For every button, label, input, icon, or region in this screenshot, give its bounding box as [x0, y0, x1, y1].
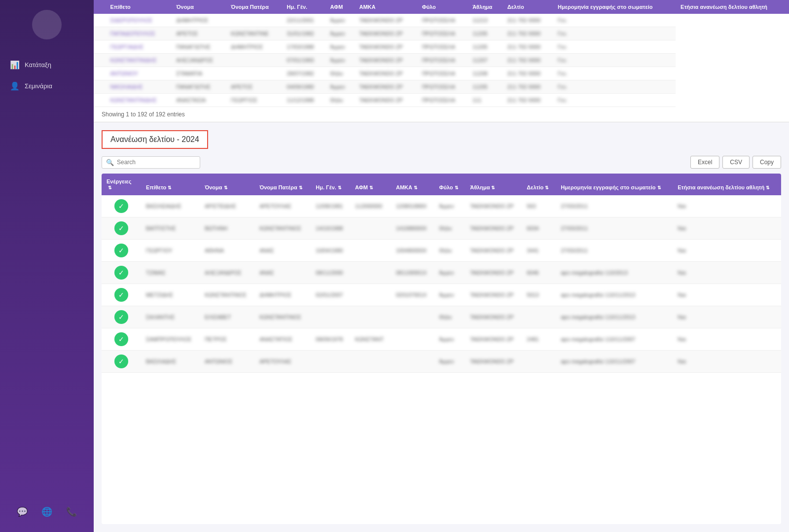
person-icon: 👤 [10, 81, 20, 91]
search-input[interactable] [117, 159, 196, 166]
cell-fylo: Άρρεν [434, 195, 465, 217]
bottom-col-3: Όνομα Πατέρα⇅ [254, 174, 311, 195]
sidebar: 📊 Κατάταξη 👤 Σεμινάρια 💬 🌐 📞 [0, 0, 94, 532]
globe-icon[interactable]: 🌐 [41, 506, 52, 517]
top-row-link[interactable]: ΚΩΝΣΤΑΝΤΙΝΙΔΗΣ [110, 97, 156, 103]
csv-button[interactable]: CSV [722, 156, 750, 169]
cell-athlima: TAEKWONDO ZP [465, 328, 522, 351]
chat-icon[interactable]: 💬 [17, 506, 28, 517]
sort-icon-8[interactable]: ⇅ [491, 185, 495, 190]
sort-icon-1[interactable]: ⇅ [168, 185, 172, 190]
sort-icon-7[interactable]: ⇅ [455, 185, 459, 190]
cell-afm [350, 284, 391, 306]
search-box[interactable]: 🔍 [102, 156, 200, 169]
cell-birth [311, 306, 350, 328]
bottom-col-11: Ετήσια ανανέωση δελτίου αθλητή⇅ [673, 174, 781, 195]
cell-eggrafh: apo megalografisi 110/2013 [556, 262, 673, 284]
sort-icon-9[interactable]: ⇅ [545, 185, 549, 190]
cell-amka [391, 351, 434, 373]
action-cell: ✓ [102, 351, 141, 373]
sort-icon-2[interactable]: ⇅ [224, 185, 228, 190]
sidebar-item-seminaria[interactable]: 👤 Σεμινάρια [0, 75, 94, 97]
sort-icon-4[interactable]: ⇅ [338, 185, 342, 190]
sidebar-bottom: 💬 🌐 📞 [0, 501, 94, 522]
cell-eggrafh: apo megalografisi 110/11/2007 [556, 328, 673, 351]
table-row: ΓΕΩΡΓΙΑΔΗΣΠΑΝΑΓΙΩΤΗΣΔΗΜΗΤΡΙΟΣ17/03/1988Ά… [94, 40, 789, 54]
cell-epiteto: ΣΑΜΠΡΟΠΟΥΛΟΣ [141, 328, 200, 351]
bottom-col-5: ΑΦΜ⇅ [350, 174, 391, 195]
cell-amka: 141088000X [391, 217, 434, 240]
cell-athlima: TAEKWONDO ZP [465, 262, 522, 284]
top-row-link[interactable]: ΠΑΠΑΔΟΠΟΥΛΟΣ [110, 31, 155, 36]
cell-amka: 100480000X [391, 240, 434, 262]
table-row: ✓ΣΑΛΑΝΤΗΣΕΛΙΣΑΒΕΤΚΩΝΣΤΑΝΤΙΝΟΣΘήλυTAEKWON… [102, 306, 781, 328]
check-action-button[interactable]: ✓ [114, 355, 128, 368]
cell-afm: 112000000 [350, 195, 391, 217]
top-table-section: ΕπίθετοΌνομαΌνομα ΠατέραΗμ. Γέν.ΑΦΜΑΜΚΑΦ… [94, 0, 789, 122]
action-cell: ✓ [102, 328, 141, 351]
top-row-link[interactable]: ΝΙΚΟΛΑΙΔΗΣ [110, 84, 143, 90]
cell-deltio: 6046 [522, 262, 556, 284]
check-action-button[interactable]: ✓ [114, 266, 128, 280]
table-row: ✓ΒΑΠΤΙΣΤΗΣΒΩΤΗΝΗΚΩΝΣΤΑΝΤΙΝΟΣ14/10/198814… [102, 217, 781, 240]
cell-ananewsh: Ναι [673, 262, 781, 284]
cell-fylo: Θήλυ [434, 240, 465, 262]
cell-epiteto: ΒΑΣΙΛΑΔΗΣ [141, 351, 200, 373]
action-cell: ✓ [102, 262, 141, 284]
cell-onoma: ΚΩΝΣΤΑΝΤΙΝΟΣ [200, 284, 254, 306]
excel-button[interactable]: Excel [690, 156, 719, 169]
cell-onoma: ΕΛΙΣΑΒΕΤ [200, 306, 254, 328]
bottom-data-table: Ενέργειες⇅Επίθετο⇅Όνομα⇅Όνομα Πατέρα⇅Ημ.… [102, 174, 781, 373]
cell-amka [391, 328, 434, 351]
cell-fylo: Άρρεν [434, 284, 465, 306]
cell-pateras: ΚΩΝΣΤΑΝΤΙΝΟΣ [254, 217, 311, 240]
top-col-1: Επίθετο [105, 0, 171, 14]
check-action-button[interactable]: ✓ [114, 310, 128, 324]
cell-eggrafh: 27/03/2011 [556, 195, 673, 217]
sort-icon-0[interactable]: ⇅ [108, 185, 112, 190]
cell-ananewsh: Ναι [673, 284, 781, 306]
table-row: ΚΩΝΣΤΑΝΤΙΝΙΔΗΣΑΛΕΞΑΝΔΡΟΣ07/01/1983ΆρρενΤ… [94, 54, 789, 67]
cell-athlima: TAEKWONDO ZP [465, 306, 522, 328]
cell-deltio: 3441 [522, 240, 556, 262]
bottom-col-1: Επίθετο⇅ [141, 174, 200, 195]
check-action-button[interactable]: ✓ [114, 244, 128, 257]
table-row: ✓ΓΕΩΡΓΙΟΥΑΘΗΝΑΑΝΑΣ10/04/1980100480000XΘή… [102, 240, 781, 262]
sort-icon-10[interactable]: ⇅ [657, 185, 661, 190]
bottom-col-6: ΑΜΚΑ⇅ [391, 174, 434, 195]
sort-icon-6[interactable]: ⇅ [414, 185, 418, 190]
sort-icon-5[interactable]: ⇅ [369, 185, 373, 190]
top-col-0 [94, 0, 105, 14]
copy-button[interactable]: Copy [753, 156, 781, 169]
top-row-link[interactable]: ΓΕΩΡΓΙΑΔΗΣ [110, 44, 143, 50]
cell-epiteto: ΒΑΠΤΙΣΤΗΣ [141, 217, 200, 240]
check-action-button[interactable]: ✓ [114, 288, 128, 302]
top-row-link[interactable]: ΑΝΤΩΝΙΟΥ [110, 71, 138, 76]
sort-icon-3[interactable]: ⇅ [299, 185, 303, 190]
bottom-table-container: Ενέργειες⇅Επίθετο⇅Όνομα⇅Όνομα Πατέρα⇅Ημ.… [102, 174, 781, 524]
sidebar-item-katataksi[interactable]: 📊 Κατάταξη [0, 54, 94, 75]
cell-eggrafh: apo megalografisi 110/11/2013 [556, 306, 673, 328]
check-action-button[interactable]: ✓ [114, 221, 128, 235]
cell-deltio [522, 351, 556, 373]
cell-amka: 020107001X [391, 284, 434, 306]
sidebar-logo [32, 10, 62, 39]
cell-athlima: TAEKWONDO ZP [465, 195, 522, 217]
check-action-button[interactable]: ✓ [114, 199, 128, 213]
top-row-link[interactable]: ΣΙΔΕΡΟΠΟΥΛΟΣ [110, 17, 152, 23]
section-title-container: Ανανέωση δελτίου - 2024 [102, 130, 781, 156]
phone-icon[interactable]: 📞 [66, 506, 77, 517]
top-col-10: Ημερομηνία εγγραφής στο σωματείο [553, 0, 676, 14]
table-row: ✓ΤΖΙΜΑΣΑΛΕΞΑΝΔΡΟΣΑΝΑΣ08/11/2000081100001… [102, 262, 781, 284]
sort-icon-11[interactable]: ⇅ [766, 185, 770, 190]
cell-birth: 10/04/1980 [311, 240, 350, 262]
cell-pateras: ΑΡΕΤΟΥΛΑΣ [254, 195, 311, 217]
cell-afm [350, 217, 391, 240]
cell-birth: 08/11/2000 [311, 262, 350, 284]
cell-eggrafh: 27/03/2011 [556, 240, 673, 262]
cell-ananewsh: Ναι [673, 351, 781, 373]
check-action-button[interactable]: ✓ [114, 332, 128, 346]
top-row-link[interactable]: ΚΩΝΣΤΑΝΤΙΝΙΔΗΣ [110, 57, 156, 63]
bottom-col-2: Όνομα⇅ [200, 174, 254, 195]
bottom-col-0: Ενέργειες⇅ [102, 174, 141, 195]
